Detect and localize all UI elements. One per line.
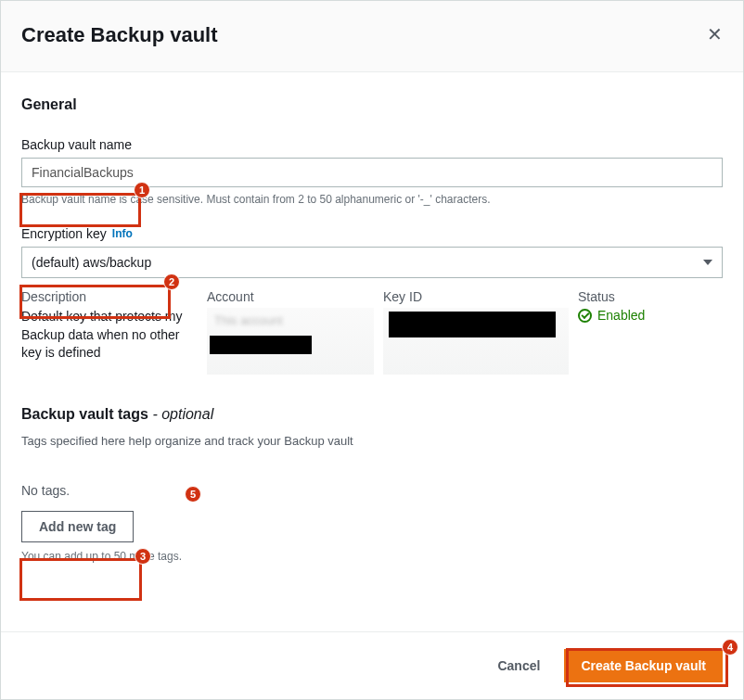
vault-name-input[interactable]	[21, 158, 723, 187]
add-new-tag-button[interactable]: Add new tag	[21, 511, 134, 542]
encryption-key-label: Encryption key Info	[21, 226, 723, 241]
check-circle-icon	[578, 309, 592, 323]
annotation-badge-1: 1	[134, 182, 150, 198]
cancel-button[interactable]: Cancel	[488, 651, 549, 681]
col-keyid-value	[383, 308, 569, 375]
vault-name-label: Backup vault name	[21, 137, 723, 152]
section-general-heading: General	[21, 96, 723, 113]
annotation-badge-4: 4	[722, 639, 738, 655]
encryption-info-link[interactable]: Info	[112, 227, 133, 240]
encryption-key-value: (default) aws/backup	[32, 255, 151, 270]
col-account-heading: Account	[207, 289, 374, 304]
col-account-value: This account	[207, 308, 374, 375]
tags-heading: Backup vault tags - optional	[21, 406, 723, 423]
col-status-value: Enabled	[578, 308, 723, 323]
col-description-heading: Description	[21, 289, 198, 304]
dialog-header: Create Backup vault ✕	[1, 1, 743, 72]
create-backup-vault-button[interactable]: Create Backup vault	[564, 649, 723, 682]
dialog-body: General Backup vault name Backup vault n…	[1, 72, 743, 563]
encryption-key-details: Description Default key that protects my…	[21, 289, 723, 375]
annotation-box-3	[19, 558, 142, 601]
tags-limit-hint: You can add up to 50 more tags.	[21, 550, 723, 563]
annotation-badge-5: 5	[185, 486, 201, 503]
tags-description: Tags specified here help organize and tr…	[21, 434, 723, 448]
col-keyid-heading: Key ID	[383, 289, 569, 304]
dialog-footer: Cancel Create Backup vault	[1, 631, 743, 699]
col-description-value: Default key that protects my Backup data…	[21, 308, 198, 363]
chevron-down-icon	[703, 260, 712, 265]
encryption-key-select[interactable]: (default) aws/backup	[21, 247, 723, 278]
col-status-heading: Status	[578, 289, 723, 304]
vault-name-hint: Backup vault name is case sensitive. Mus…	[21, 193, 723, 206]
close-icon[interactable]: ✕	[707, 25, 723, 44]
dialog-title: Create Backup vault	[21, 23, 218, 47]
no-tags-text: No tags.	[21, 483, 723, 498]
annotation-badge-2: 2	[163, 274, 180, 290]
annotation-badge-3: 3	[135, 548, 151, 565]
